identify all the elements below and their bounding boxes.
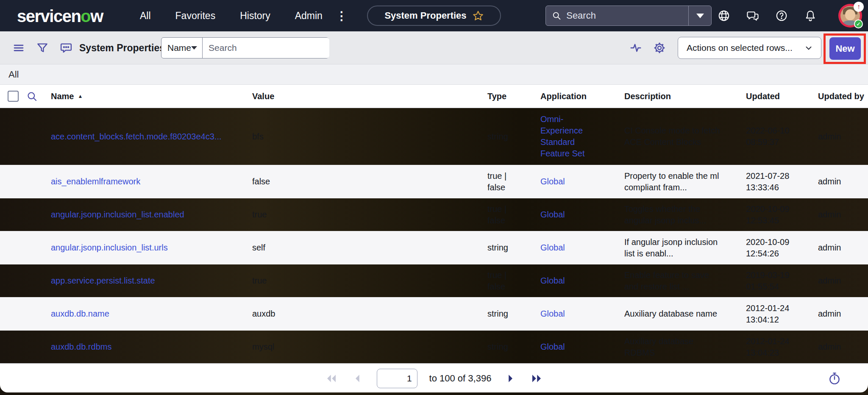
property-name-link[interactable]: ace.content_blocks.fetch.mode.f80203e4c3…: [51, 132, 222, 141]
table-row: angular.jsonp.inclusion_list.urls self s…: [0, 231, 868, 264]
column-header-application[interactable]: Application: [540, 92, 624, 101]
chevron-down-icon: [696, 14, 704, 18]
list-toolbar: System Properties Name Actions on select…: [0, 31, 868, 64]
column-header-name[interactable]: Name▲: [51, 92, 252, 101]
globe-icon[interactable]: [717, 9, 731, 22]
description-cell: Toggles whether the angular jsonp inclus…: [624, 203, 746, 226]
property-name-link[interactable]: angular.jsonp.inclusion_list.enabled: [51, 210, 184, 219]
updated-cell: 2012-01-24 13:04:12: [746, 303, 818, 325]
nav-item-admin[interactable]: Admin: [295, 10, 323, 22]
breadcrumb-all[interactable]: All: [8, 69, 19, 80]
application-link[interactable]: Global: [540, 275, 565, 287]
help-icon[interactable]: [775, 9, 788, 22]
value-cell: false: [252, 176, 487, 187]
type-cell: true | false: [487, 270, 540, 292]
settings-gear-icon[interactable]: [650, 31, 669, 64]
updated-cell: 2020-10-09 12:53:45: [746, 203, 818, 226]
top-nav-menu: All Favorites History Admin: [140, 0, 323, 31]
presence-online-icon: ✓: [854, 19, 863, 28]
actions-on-rows-dropdown[interactable]: Actions on selected rows...: [678, 37, 821, 59]
header-label: Application: [540, 92, 587, 101]
notifications-bell-icon[interactable]: [804, 9, 817, 22]
nav-item-history[interactable]: History: [240, 10, 270, 22]
actions-dropdown-label: Actions on selected rows...: [687, 43, 793, 53]
table-row: auxdb.db.name auxdb string Global Auxili…: [0, 298, 868, 331]
value-cell: true: [252, 275, 487, 287]
type-cell: string: [487, 131, 540, 142]
header-label: Type: [487, 92, 506, 101]
updated-by-cell: admin: [818, 341, 868, 353]
table-body: ace.content_blocks.fetch.mode.f80203e4c3…: [0, 108, 868, 364]
table-header-row: Name▲ Value Type Application Description…: [0, 85, 868, 108]
value-cell: mysql: [252, 341, 487, 353]
application-link[interactable]: Global: [540, 176, 565, 187]
table-row: angular.jsonp.inclusion_list.enabled tru…: [0, 198, 868, 231]
property-name-link[interactable]: auxdb.db.rdbms: [51, 342, 111, 351]
logo-text-end: w: [90, 7, 103, 25]
property-name-link[interactable]: app.service.persist.list.state: [51, 276, 155, 285]
list-search-control: Name: [161, 37, 329, 58]
table-row: app.service.persist.list.state true true…: [0, 264, 868, 298]
list-search-input[interactable]: [203, 38, 329, 58]
new-button[interactable]: New: [829, 37, 861, 60]
last-page-icon[interactable]: [529, 371, 544, 386]
header-label: Name: [51, 92, 74, 101]
column-header-value[interactable]: Value: [252, 92, 487, 101]
search-scope-dropdown[interactable]: [689, 6, 711, 25]
column-header-type[interactable]: Type: [487, 92, 540, 101]
column-header-description[interactable]: Description: [624, 92, 746, 101]
updated-by-cell: admin: [818, 209, 868, 220]
application-link[interactable]: Global: [540, 209, 565, 220]
header-label: Description: [624, 92, 671, 101]
type-cell: string: [487, 341, 540, 353]
updated-by-cell: admin: [818, 308, 868, 320]
application-link[interactable]: Global: [540, 308, 565, 320]
previous-page-icon[interactable]: [351, 371, 365, 386]
more-menu-kebab-icon[interactable]: ⋮: [333, 0, 350, 31]
header-label: Updated by: [818, 92, 864, 101]
impersonation-badge-icon: ↑: [854, 2, 864, 12]
table-row: ais_enablemlframework false true | false…: [0, 165, 868, 198]
comments-bubble-icon[interactable]: [57, 31, 75, 64]
servicenow-logo[interactable]: servicenow: [17, 7, 103, 26]
updated-by-cell: admin: [818, 176, 868, 187]
property-name-link[interactable]: auxdb.db.name: [51, 309, 109, 318]
header-label: Updated: [746, 92, 780, 101]
pagination-range-text: to 100 of 3,396: [429, 373, 492, 384]
type-cell: string: [487, 242, 540, 253]
current-page-pill[interactable]: System Properties: [367, 6, 501, 26]
nav-item-favorites[interactable]: Favorites: [175, 10, 216, 22]
chat-icon[interactable]: [746, 9, 760, 22]
filter-funnel-icon[interactable]: [33, 31, 52, 64]
property-name-link[interactable]: angular.jsonp.inclusion_list.urls: [51, 243, 168, 252]
page-number-input[interactable]: [377, 369, 417, 388]
list-menu-hamburger-icon[interactable]: [9, 31, 28, 64]
application-link[interactable]: Omni-Experience Standard Feature Set: [540, 114, 595, 159]
chevron-down-icon: [804, 43, 813, 53]
servicenow-window: servicenow All Favorites History Admin ⋮…: [0, 0, 868, 395]
response-time-stopwatch-icon[interactable]: [827, 371, 842, 386]
description-cell: Auxiliary database RDBMS: [624, 336, 746, 359]
value-cell: auxdb: [252, 308, 487, 320]
next-page-icon[interactable]: [503, 371, 517, 386]
application-link[interactable]: Global: [540, 242, 565, 253]
breadcrumb-row: All: [0, 64, 868, 85]
column-search-icon[interactable]: [26, 91, 51, 102]
column-header-updated-by[interactable]: Updated by: [818, 92, 868, 101]
property-name-link[interactable]: ais_enablemlframework: [51, 177, 140, 186]
search-field-value: Name: [167, 43, 191, 53]
select-all-checkbox[interactable]: [8, 91, 19, 102]
nav-item-all[interactable]: All: [140, 10, 151, 22]
favorite-star-icon[interactable]: [473, 10, 484, 21]
top-nav-icons: [717, 0, 817, 31]
personalize-list-pulse-icon[interactable]: [626, 31, 645, 64]
global-search-input[interactable]: [566, 10, 688, 21]
top-nav-bar: servicenow All Favorites History Admin ⋮…: [0, 0, 868, 31]
type-cell: string: [487, 308, 540, 320]
search-field-select[interactable]: Name: [161, 38, 203, 58]
pill-label: System Properties: [384, 10, 466, 21]
column-header-updated[interactable]: Updated: [746, 92, 818, 101]
description-cell: Enable feature to save and restore list …: [624, 270, 746, 292]
application-link[interactable]: Global: [540, 341, 565, 353]
first-page-icon[interactable]: [324, 371, 339, 386]
